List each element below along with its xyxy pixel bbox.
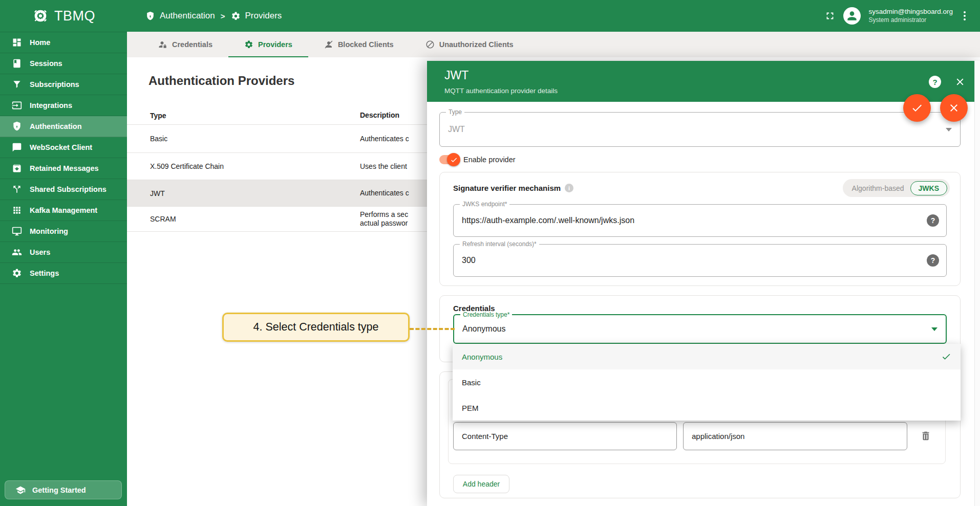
sidebar-item-integrations[interactable]: Integrations: [0, 95, 127, 116]
apply-button[interactable]: [903, 94, 931, 122]
option-anonymous[interactable]: Anonymous: [453, 344, 961, 369]
algorithm-based-option[interactable]: Algorithm-based: [852, 184, 904, 192]
gear-icon: [12, 268, 22, 278]
tab-providers[interactable]: Providers: [228, 32, 308, 57]
people-icon: [12, 247, 22, 257]
jwt-details-drawer: JWT MQTT authentication provider details…: [427, 61, 980, 506]
breadcrumb-authentication[interactable]: Authentication: [145, 11, 215, 21]
drawer-title: JWT: [444, 69, 980, 82]
filter-icon: [12, 79, 22, 90]
sidebar-item-subscriptions[interactable]: Subscriptions: [0, 74, 127, 95]
tab-bar: Credentials Providers Blocked Clients Un…: [127, 32, 980, 57]
tab-credentials[interactable]: Credentials: [142, 32, 228, 57]
monitor-icon: [12, 226, 22, 236]
split-icon: [12, 184, 22, 194]
app-logo-text: TBMQ: [54, 8, 95, 24]
field-label: Credentials type*: [460, 311, 512, 318]
enable-provider-toggle[interactable]: [439, 155, 459, 164]
more-menu-icon[interactable]: [961, 9, 969, 23]
breadcrumb-label: Authentication: [160, 11, 215, 21]
sidebar-item-monitoring[interactable]: Monitoring: [0, 221, 127, 242]
field-label: Type: [446, 108, 464, 116]
sessions-icon: [12, 58, 22, 69]
header-key-input[interactable]: Content-Type: [453, 422, 677, 450]
chevron-down-icon: [931, 327, 938, 331]
column-header-type[interactable]: Type: [127, 112, 360, 120]
breadcrumb: Authentication > Providers: [145, 11, 282, 21]
provider-type-select[interactable]: Type JWT: [439, 112, 961, 147]
field-label: Refresh interval (seconds)*: [460, 240, 539, 248]
archive-icon: [12, 163, 22, 173]
field-label: JWKS endpoint*: [460, 201, 509, 208]
gear-icon: [231, 11, 241, 21]
refresh-interval-field[interactable]: Refresh interval (seconds)* 300 ?: [453, 244, 947, 277]
header-value-input[interactable]: application/json: [683, 422, 907, 450]
check-icon: [450, 156, 458, 164]
input-icon: [12, 100, 22, 111]
add-header-button[interactable]: Add header: [453, 475, 509, 493]
sidebar-item-home[interactable]: Home: [0, 32, 127, 53]
school-cap-icon: [15, 485, 26, 495]
credentials-type-dropdown: Anonymous Basic PEM: [453, 344, 961, 421]
sidebar-item-users[interactable]: Users: [0, 242, 127, 263]
sidebar: Home Sessions Subscriptions Integrations…: [0, 32, 127, 506]
help-icon[interactable]: ?: [929, 76, 941, 88]
sidebar-item-websocket-client[interactable]: WebSocket Client: [0, 137, 127, 158]
sidebar-item-retained-messages[interactable]: Retained Messages: [0, 158, 127, 179]
avatar[interactable]: [843, 7, 861, 25]
tutorial-callout: 4. Select Credentials type: [222, 313, 410, 342]
field-value: https://auth-example.com/.well-known/jwk…: [462, 216, 634, 225]
person-icon: [845, 9, 859, 23]
sidebar-item-kafka-management[interactable]: Kafka Management: [0, 200, 127, 221]
shield-icon: [12, 121, 22, 131]
tab-unauthorized-clients[interactable]: Unauthorized Clients: [410, 32, 529, 57]
credentials-type-select[interactable]: Credentials type* Anonymous: [453, 314, 947, 344]
verifier-toggle-group: Algorithm-based JWKS: [843, 179, 950, 197]
field-value: 300: [462, 256, 476, 265]
shield-icon: [145, 11, 155, 21]
tab-blocked-clients[interactable]: Blocked Clients: [308, 32, 410, 57]
help-icon[interactable]: ?: [927, 254, 939, 267]
close-icon[interactable]: [954, 76, 966, 87]
sidebar-item-settings[interactable]: Settings: [0, 263, 127, 284]
option-pem[interactable]: PEM: [453, 395, 961, 421]
sidebar-item-shared-subscriptions[interactable]: Shared Subscriptions: [0, 179, 127, 200]
gear-icon: [244, 40, 253, 49]
check-icon: [911, 102, 923, 114]
delete-header-icon[interactable]: [920, 430, 931, 442]
sidebar-item-sessions[interactable]: Sessions: [0, 53, 127, 74]
apps-grid-icon: [12, 205, 22, 215]
person-block-icon: [324, 40, 333, 49]
jwks-endpoint-field[interactable]: JWKS endpoint* https://auth-example.com/…: [453, 204, 947, 237]
fullscreen-icon[interactable]: [824, 10, 836, 21]
jwks-option[interactable]: JWKS: [910, 181, 947, 195]
page-title: Authentication Providers: [148, 74, 294, 88]
discard-button[interactable]: [940, 94, 968, 122]
option-basic[interactable]: Basic: [453, 369, 961, 395]
breadcrumb-separator: >: [221, 12, 225, 20]
drawer-subtitle: MQTT authentication provider details: [444, 87, 980, 95]
field-value: Anonymous: [462, 324, 506, 334]
chevron-down-icon: [946, 128, 952, 131]
enable-provider-label: Enable provider: [463, 156, 516, 164]
info-icon: i: [565, 184, 573, 192]
sidebar-item-authentication[interactable]: Authentication: [0, 116, 127, 137]
breadcrumb-providers[interactable]: Providers: [231, 11, 282, 21]
app-logo[interactable]: TBMQ: [0, 7, 127, 25]
signature-verifier-card: Signature verifier mechanism i Algorithm…: [439, 172, 961, 286]
user-email: sysadmin@thingsboard.org: [868, 7, 953, 16]
getting-started-button[interactable]: Getting Started: [5, 480, 122, 499]
topbar-actions: sysadmin@thingsboard.org System administ…: [824, 7, 980, 25]
tbmq-logo-icon: [32, 7, 49, 25]
close-icon: [948, 102, 960, 114]
dashboard-icon: [12, 37, 22, 48]
drawer-scrollbar[interactable]: [974, 61, 980, 506]
enable-provider-row: Enable provider: [439, 153, 516, 166]
help-icon[interactable]: ?: [927, 214, 939, 227]
chat-icon: [12, 142, 22, 152]
breadcrumb-label: Providers: [245, 11, 282, 21]
field-value: JWT: [448, 125, 465, 134]
person-lock-icon: [158, 40, 167, 49]
user-role: System administrator: [868, 16, 953, 25]
callout-connector-line: [410, 328, 455, 330]
